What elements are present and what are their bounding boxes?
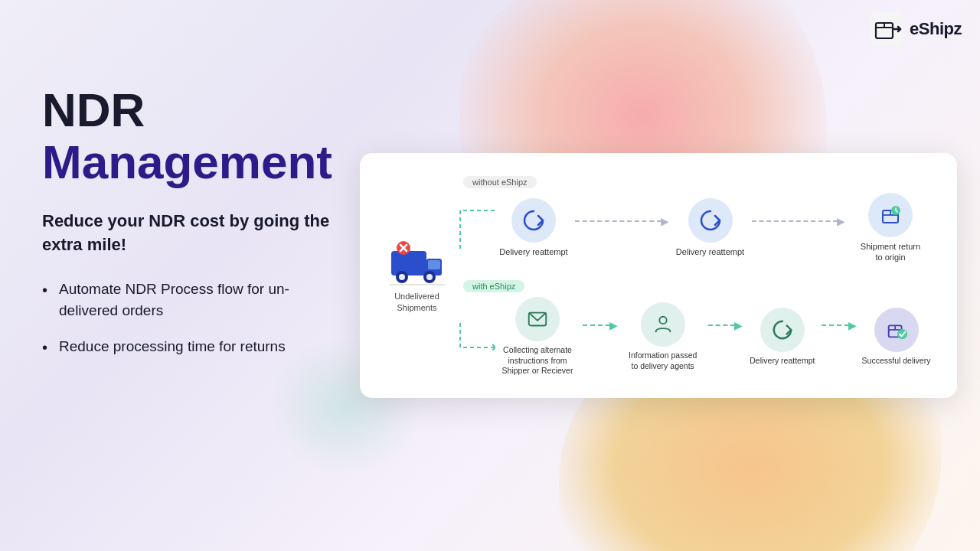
bottom-label-3: Delivery reattempt bbox=[750, 356, 815, 367]
arrow-2: ▶ bbox=[752, 215, 846, 241]
truck-icon bbox=[390, 237, 445, 287]
with-label: with eShipz bbox=[463, 280, 524, 292]
svg-rect-6 bbox=[428, 260, 440, 269]
start-block: Undelivered Shipments bbox=[384, 174, 449, 377]
top-node-2: Delivery reattempt bbox=[672, 198, 749, 257]
svg-point-13 bbox=[426, 274, 433, 280]
bottom-node-3: Delivery reattempt bbox=[746, 308, 818, 367]
bullet-1: Automate NDR Process flow for un-deliver… bbox=[42, 279, 348, 322]
bottom-label-1: Collecting alternateinstructions fromShi… bbox=[502, 345, 573, 377]
logo-icon bbox=[870, 12, 903, 46]
bottom-node-2-circle bbox=[641, 302, 685, 347]
flows-container: without eShipz bbox=[457, 174, 933, 377]
bottom-label-4: Successful delivery bbox=[862, 356, 931, 367]
header: eShipz bbox=[870, 12, 962, 46]
green-arrow-1: ▶ bbox=[583, 319, 618, 354]
arrow-1: ▶ bbox=[575, 215, 669, 241]
top-connector bbox=[457, 207, 495, 249]
bottom-label-2: Information passedto delivery agents bbox=[629, 350, 697, 371]
without-label: without eShipz bbox=[463, 176, 537, 188]
bottom-node-1-circle bbox=[515, 297, 560, 341]
start-node-label: Undelivered Shipments bbox=[390, 291, 445, 314]
with-label-row: with eShipz bbox=[463, 279, 933, 292]
svg-rect-4 bbox=[391, 251, 426, 276]
top-node-3: Shipment returnto origin bbox=[848, 193, 933, 263]
bottom-connector bbox=[457, 323, 495, 350]
svg-point-20 bbox=[659, 317, 666, 324]
top-section: without eShipz bbox=[457, 174, 933, 263]
top-node-1: Delivery reattempt bbox=[495, 198, 572, 257]
bottom-node-4-circle bbox=[874, 308, 919, 352]
feature-list: Automate NDR Process flow for un-deliver… bbox=[42, 279, 348, 358]
top-flow-row: Delivery reattempt ▶ bbox=[457, 193, 933, 263]
bullet-2: Reduce processing time for returns bbox=[42, 336, 348, 358]
top-node-3-circle bbox=[868, 193, 913, 237]
bottom-flow-row: Collecting alternateinstructions fromShi… bbox=[457, 297, 933, 377]
subtitle: Reduce your NDR cost by going the extra … bbox=[42, 210, 348, 257]
top-label-1: Delivery reattempt bbox=[499, 246, 567, 257]
top-node-1-circle bbox=[511, 198, 556, 243]
top-label-3: Shipment returnto origin bbox=[861, 241, 920, 263]
title-line2: Management bbox=[42, 136, 348, 188]
green-arrow-3: ▶ bbox=[822, 319, 857, 354]
bottom-node-1: Collecting alternateinstructions fromShi… bbox=[495, 297, 580, 377]
bottom-node-3-circle bbox=[760, 308, 805, 352]
top-node-2-circle bbox=[688, 198, 733, 243]
title-line1: NDR bbox=[42, 84, 348, 136]
svg-point-11 bbox=[399, 274, 405, 280]
bottom-node-4: Successful delivery bbox=[860, 308, 933, 367]
brand-name: eShipz bbox=[910, 19, 962, 39]
left-content: NDR Management Reduce your NDR cost by g… bbox=[42, 84, 348, 371]
diagram-card: Undelivered Shipments without eShipz bbox=[360, 153, 957, 398]
green-arrow-2: ▶ bbox=[708, 319, 743, 354]
bottom-node-2: Information passedto delivery agents bbox=[621, 302, 705, 371]
top-label-2: Delivery reattempt bbox=[676, 246, 744, 257]
bottom-section: with eShipz bbox=[457, 279, 933, 377]
without-label-row: without eShipz bbox=[463, 174, 933, 188]
